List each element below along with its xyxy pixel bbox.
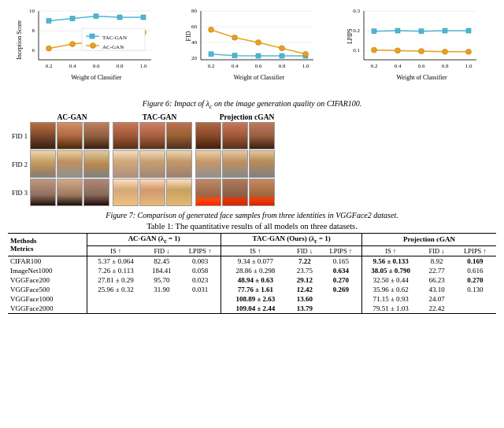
proj-fid: 66.23 bbox=[419, 275, 454, 285]
fid-chart: 80 60 40 20 0.2 0.4 0.6 0.8 1.0 bbox=[175, 5, 328, 95]
face-cell bbox=[30, 150, 56, 178]
tacgan-lpips bbox=[321, 294, 362, 304]
face-cell bbox=[57, 150, 83, 178]
tacgan-is: 109.04 ± 2.44 bbox=[221, 304, 290, 314]
svg-point-77 bbox=[443, 49, 448, 54]
proj-fid: 43.10 bbox=[419, 285, 454, 294]
svg-text:0.8: 0.8 bbox=[116, 63, 123, 69]
proj-lpips: 0.169 bbox=[454, 256, 496, 266]
svg-text:40: 40 bbox=[191, 39, 198, 46]
proj-fid: 22.42 bbox=[419, 304, 454, 314]
svg-text:0.8: 0.8 bbox=[279, 63, 286, 69]
svg-point-76 bbox=[419, 49, 424, 54]
charts-section: Inception Score 10 8 6 0.2 0.4 0.6 0.8 1… bbox=[8, 5, 496, 98]
tacgan-is: 77.76 ± 1.61 bbox=[221, 285, 290, 294]
svg-point-28 bbox=[90, 43, 95, 49]
svg-rect-15 bbox=[94, 14, 98, 19]
svg-text:AC-GAN: AC-GAN bbox=[102, 44, 124, 50]
face-cell bbox=[166, 179, 192, 206]
svg-rect-45 bbox=[209, 52, 213, 57]
proj-lpips: 0.270 bbox=[454, 275, 496, 285]
tacgan-is: 9.34 ± 0.077 bbox=[221, 256, 290, 266]
lpips-x-label: Weight of Classifier bbox=[356, 74, 487, 81]
face-cell bbox=[166, 122, 192, 149]
tacgan-lpips bbox=[321, 304, 362, 314]
tacgan-group-header: TAC-GAN (Ours) (λc = 1) bbox=[221, 234, 362, 246]
acgan-fid bbox=[144, 304, 180, 314]
id1-label: FID 1 bbox=[8, 122, 28, 150]
svg-text:FID: FID bbox=[185, 31, 192, 41]
acgan-fid: 95.70 bbox=[144, 275, 180, 285]
face-cell bbox=[166, 150, 192, 178]
fid-x-label: Weight of Classifier bbox=[193, 74, 324, 81]
svg-text:1.0: 1.0 bbox=[139, 63, 146, 69]
acgan-is bbox=[87, 294, 145, 304]
acgan-is: 5.37 ± 0.064 bbox=[87, 256, 145, 266]
face-cell bbox=[113, 122, 139, 149]
face-cell bbox=[249, 150, 275, 178]
proj-header: Projection cGAN bbox=[205, 113, 289, 121]
face-cell bbox=[139, 179, 165, 206]
acgan-group-header: AC-GAN (λc = 1) bbox=[87, 234, 221, 246]
methods-metrics-header: Methods Metrics bbox=[8, 234, 87, 256]
results-table: Methods Metrics AC-GAN (λc = 1) TAC-GAN … bbox=[8, 233, 496, 314]
inception-x-label: Weight of Classifier bbox=[31, 74, 162, 81]
svg-point-54 bbox=[303, 51, 309, 57]
acgan-lpips: 0.023 bbox=[180, 275, 221, 285]
table-row: VGGFace200 27.81 ± 0.29 95.70 0.023 48.9… bbox=[8, 275, 496, 285]
svg-point-74 bbox=[372, 47, 377, 53]
is-up-3: IS ↑ bbox=[362, 245, 420, 256]
proj-lpips: 0.616 bbox=[454, 266, 496, 275]
svg-rect-25 bbox=[90, 34, 94, 39]
fid-down-3: FID ↓ bbox=[419, 245, 454, 256]
face-cell bbox=[30, 122, 56, 149]
svg-text:LPIPS: LPIPS bbox=[346, 28, 354, 44]
svg-rect-13 bbox=[46, 18, 51, 23]
dataset-name: CIFAR100 bbox=[8, 256, 87, 266]
acgan-fid: 31.90 bbox=[144, 285, 180, 294]
svg-rect-73 bbox=[466, 28, 471, 33]
svg-point-18 bbox=[46, 46, 51, 51]
svg-text:0.2: 0.2 bbox=[353, 28, 360, 34]
tacgan-is: 48.94 ± 0.63 bbox=[221, 275, 290, 285]
acgan-fid: 82.45 bbox=[144, 256, 180, 266]
acgan-header: AC-GAN bbox=[30, 113, 114, 121]
table-section: Table 1: The quantitative results of all… bbox=[8, 222, 496, 423]
inception-svg: 10 8 6 0.2 0.4 0.6 0.8 1.0 bbox=[31, 5, 165, 72]
proj-is: 38.05 ± 0.790 bbox=[362, 266, 420, 275]
face-cell bbox=[113, 150, 139, 178]
svg-text:6: 6 bbox=[32, 47, 35, 54]
proj-faces bbox=[195, 122, 275, 207]
acgan-lpips: 0.058 bbox=[180, 266, 221, 275]
proj-lpips: 0.130 bbox=[454, 285, 496, 294]
svg-point-50 bbox=[209, 27, 214, 32]
svg-text:0.4: 0.4 bbox=[232, 63, 239, 69]
svg-rect-71 bbox=[419, 29, 424, 34]
tacgan-fid: 13.60 bbox=[289, 294, 320, 304]
svg-text:0.6: 0.6 bbox=[92, 63, 99, 69]
svg-text:0.1: 0.1 bbox=[353, 47, 360, 54]
face-cell bbox=[113, 179, 139, 206]
lpips-up-3: LPIPS ↑ bbox=[454, 245, 496, 256]
svg-rect-69 bbox=[372, 29, 376, 34]
acgan-is bbox=[87, 304, 145, 314]
svg-text:TAC-GAN: TAC-GAN bbox=[102, 35, 127, 41]
dataset-name: VGGFace500 bbox=[8, 285, 87, 294]
face-cell bbox=[83, 150, 109, 178]
dataset-name: VGGFace2000 bbox=[8, 304, 87, 314]
acgan-is: 27.81 ± 0.29 bbox=[87, 275, 145, 285]
face-cell bbox=[30, 179, 56, 206]
face-cell bbox=[83, 179, 109, 206]
svg-text:0.4: 0.4 bbox=[395, 63, 402, 69]
svg-text:0.4: 0.4 bbox=[69, 63, 76, 69]
svg-point-19 bbox=[69, 42, 75, 47]
table-title: Table 1: The quantitative results of all… bbox=[8, 222, 496, 231]
tacgan-lpips: 0.165 bbox=[321, 256, 362, 266]
fig6-caption: Figure 6: Impact of λc on the image gene… bbox=[8, 99, 496, 110]
dataset-name: VGGFace1000 bbox=[8, 294, 87, 304]
svg-text:0.8: 0.8 bbox=[442, 63, 449, 69]
is-up-2: IS ↑ bbox=[221, 245, 290, 256]
face-cell bbox=[195, 179, 221, 206]
table-row: CIFAR100 5.37 ± 0.064 82.45 0.003 9.34 ±… bbox=[8, 256, 496, 266]
table-row: ImageNet1000 7.26 ± 0.113 184.41 0.058 2… bbox=[8, 266, 496, 275]
